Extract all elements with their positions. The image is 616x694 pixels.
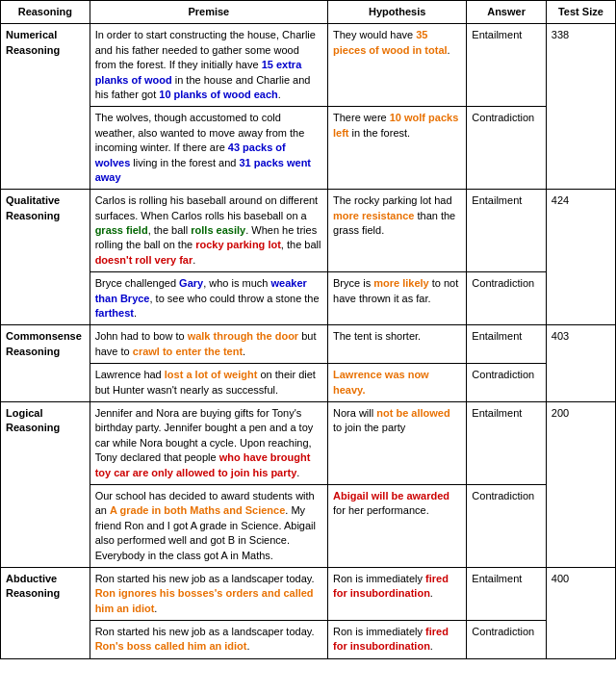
reasoning-cell: Numerical Reasoning [1, 24, 90, 190]
reasoning-cell: Qualitative Reasoning [1, 190, 90, 325]
hypothesis-cell: Nora will not be allowed to join the par… [328, 401, 467, 484]
answer-cell: Entailment [467, 567, 546, 620]
header-testsize: Test Size [546, 1, 615, 24]
premise-cell: The wolves, though accustomed to cold we… [90, 107, 327, 190]
table-row: Abductive ReasoningRon started his new j… [1, 567, 616, 620]
testsize-cell: 338 [546, 24, 615, 190]
premise-cell: Lawrence had lost a lot of weight on the… [90, 364, 327, 402]
testsize-cell: 200 [546, 401, 615, 567]
premise-cell: Bryce challenged Gary, who is much weake… [90, 272, 327, 325]
table-row: The wolves, though accustomed to cold we… [1, 107, 616, 190]
premise-cell: John had to bow to walk through the door… [90, 325, 327, 364]
table-row: Logical ReasoningJennifer and Nora are b… [1, 401, 616, 484]
testsize-cell: 424 [546, 190, 615, 325]
answer-cell: Entailment [467, 24, 546, 107]
header-hypothesis: Hypothesis [328, 1, 467, 24]
reasoning-label: Numerical Reasoning [6, 29, 60, 55]
hypothesis-cell: Ron is immediately fired for insubordina… [328, 567, 467, 620]
reasoning-label: Commonsense Reasoning [6, 330, 82, 356]
answer-cell: Entailment [467, 325, 546, 364]
testsize-cell: 403 [546, 325, 615, 402]
premise-cell: Our school has decided to award students… [90, 484, 327, 567]
hypothesis-cell: Abigail will be awarded for her performa… [328, 484, 467, 567]
answer-cell: Contradiction [467, 364, 546, 402]
table-row: Numerical ReasoningIn order to start con… [1, 24, 616, 107]
hypothesis-cell: There were 10 wolf packs left in the for… [328, 107, 467, 190]
hypothesis-cell: Ron is immediately fired for insubordina… [328, 621, 467, 659]
table-row: Bryce challenged Gary, who is much weake… [1, 272, 616, 325]
reasoning-label: Qualitative Reasoning [6, 194, 60, 220]
answer-cell: Entailment [467, 401, 546, 484]
header-premise: Premise [90, 1, 327, 24]
premise-cell: Ron started his new job as a landscaper … [90, 567, 327, 620]
table-row: Ron started his new job as a landscaper … [1, 621, 616, 659]
answer-cell: Entailment [467, 190, 546, 272]
answer-cell: Contradiction [467, 272, 546, 325]
reasoning-cell: Logical Reasoning [1, 401, 90, 567]
testsize-cell: 400 [546, 567, 615, 658]
reasoning-cell: Abductive Reasoning [1, 567, 90, 658]
hypothesis-cell: They would have 35 pieces of wood in tot… [328, 24, 467, 107]
premise-cell: In order to start constructing the house… [90, 24, 327, 107]
hypothesis-cell: Lawrence was now heavy. [328, 364, 467, 402]
premise-cell: Carlos is rolling his baseball around on… [90, 190, 327, 272]
reasoning-label: Abductive Reasoning [6, 573, 60, 599]
table-row: Commonsense ReasoningJohn had to bow to … [1, 325, 616, 364]
table-row: Lawrence had lost a lot of weight on the… [1, 364, 616, 402]
header-reasoning: Reasoning [1, 1, 90, 24]
answer-cell: Contradiction [467, 484, 546, 567]
reasoning-label: Logical Reasoning [6, 407, 60, 433]
hypothesis-cell: The tent is shorter. [328, 325, 467, 364]
table-row: Qualitative ReasoningCarlos is rolling h… [1, 190, 616, 272]
answer-cell: Contradiction [467, 621, 546, 659]
premise-cell: Jennifer and Nora are buying gifts for T… [90, 401, 327, 484]
header-answer: Answer [467, 1, 546, 24]
table-row: Our school has decided to award students… [1, 484, 616, 567]
reasoning-cell: Commonsense Reasoning [1, 325, 90, 402]
hypothesis-cell: Bryce is more likely to not have thrown … [328, 272, 467, 325]
hypothesis-cell: The rocky parking lot had more resistanc… [328, 190, 467, 272]
premise-cell: Ron started his new job as a landscaper … [90, 621, 327, 659]
answer-cell: Contradiction [467, 107, 546, 190]
